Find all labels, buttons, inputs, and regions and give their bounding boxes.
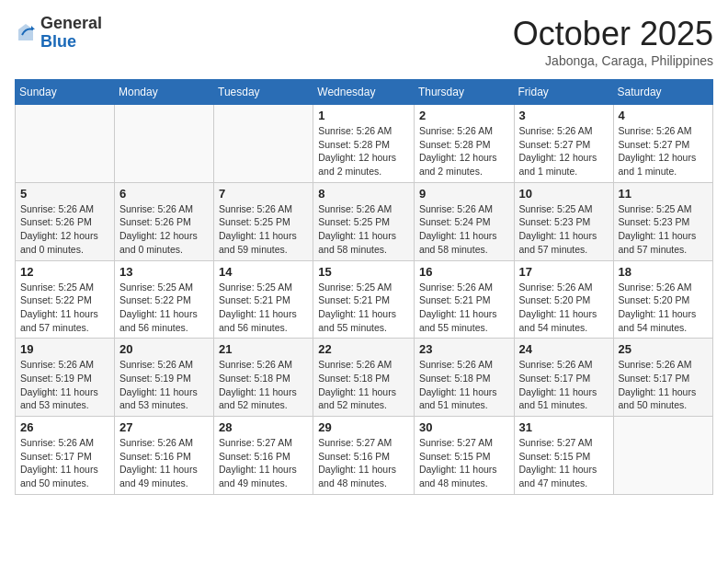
table-row: 10Sunrise: 5:25 AM Sunset: 5:23 PM Dayli… — [514, 182, 613, 260]
col-monday: Monday — [115, 80, 214, 105]
calendar-week-row: 26Sunrise: 5:26 AM Sunset: 5:17 PM Dayli… — [16, 417, 713, 495]
day-info: Sunrise: 5:25 AM Sunset: 5:23 PM Dayligh… — [619, 202, 708, 257]
table-row: 3Sunrise: 5:26 AM Sunset: 5:27 PM Daylig… — [514, 105, 613, 183]
day-info: Sunrise: 5:26 AM Sunset: 5:27 PM Dayligh… — [519, 124, 609, 178]
table-row: 11Sunrise: 5:25 AM Sunset: 5:23 PM Dayli… — [613, 182, 712, 260]
table-row: 2Sunrise: 5:26 AM Sunset: 5:28 PM Daylig… — [414, 105, 514, 183]
table-row: 26Sunrise: 5:26 AM Sunset: 5:17 PM Dayli… — [16, 417, 115, 495]
day-info: Sunrise: 5:26 AM Sunset: 5:26 PM Dayligh… — [119, 202, 209, 257]
day-info: Sunrise: 5:26 AM Sunset: 5:25 PM Dayligh… — [219, 202, 308, 257]
day-info: Sunrise: 5:25 AM Sunset: 5:21 PM Dayligh… — [219, 281, 308, 335]
logo-blue: Blue — [40, 33, 102, 52]
day-info: Sunrise: 5:25 AM Sunset: 5:21 PM Dayligh… — [318, 281, 409, 335]
day-number: 20 — [119, 342, 209, 356]
day-info: Sunrise: 5:26 AM Sunset: 5:26 PM Dayligh… — [20, 202, 109, 257]
table-row: 8Sunrise: 5:26 AM Sunset: 5:25 PM Daylig… — [313, 182, 415, 260]
table-row: 22Sunrise: 5:26 AM Sunset: 5:18 PM Dayli… — [313, 339, 415, 417]
day-info: Sunrise: 5:26 AM Sunset: 5:24 PM Dayligh… — [419, 202, 509, 257]
table-row: 1Sunrise: 5:26 AM Sunset: 5:28 PM Daylig… — [313, 105, 415, 183]
day-info: Sunrise: 5:25 AM Sunset: 5:22 PM Dayligh… — [119, 281, 209, 335]
day-info: Sunrise: 5:27 AM Sunset: 5:16 PM Dayligh… — [318, 436, 409, 490]
calendar-week-row: 19Sunrise: 5:26 AM Sunset: 5:19 PM Dayli… — [16, 339, 713, 417]
day-number: 26 — [20, 420, 109, 434]
location: Jabonga, Caraga, Philippines — [513, 53, 713, 68]
table-row: 24Sunrise: 5:26 AM Sunset: 5:17 PM Dayli… — [514, 339, 613, 417]
table-row: 28Sunrise: 5:27 AM Sunset: 5:16 PM Dayli… — [214, 417, 313, 495]
day-number: 14 — [219, 265, 308, 279]
page-header: General Blue October 2025 Jabonga, Carag… — [15, 15, 713, 68]
day-info: Sunrise: 5:26 AM Sunset: 5:18 PM Dayligh… — [219, 358, 308, 412]
day-info: Sunrise: 5:26 AM Sunset: 5:16 PM Dayligh… — [119, 436, 209, 490]
day-info: Sunrise: 5:26 AM Sunset: 5:18 PM Dayligh… — [419, 358, 509, 412]
table-row: 25Sunrise: 5:26 AM Sunset: 5:17 PM Dayli… — [613, 339, 712, 417]
day-number: 29 — [318, 420, 409, 434]
day-number: 18 — [619, 265, 708, 279]
table-row: 27Sunrise: 5:26 AM Sunset: 5:16 PM Dayli… — [115, 417, 214, 495]
table-row: 23Sunrise: 5:26 AM Sunset: 5:18 PM Dayli… — [414, 339, 514, 417]
day-number: 22 — [318, 342, 409, 356]
day-number: 1 — [318, 109, 409, 122]
col-friday: Friday — [514, 80, 613, 105]
table-row: 20Sunrise: 5:26 AM Sunset: 5:19 PM Dayli… — [115, 339, 214, 417]
day-number: 7 — [219, 187, 308, 201]
day-info: Sunrise: 5:26 AM Sunset: 5:20 PM Dayligh… — [519, 281, 609, 335]
table-row: 6Sunrise: 5:26 AM Sunset: 5:26 PM Daylig… — [115, 182, 214, 260]
day-number: 5 — [20, 187, 109, 201]
calendar-week-row: 1Sunrise: 5:26 AM Sunset: 5:28 PM Daylig… — [16, 105, 713, 183]
day-info: Sunrise: 5:26 AM Sunset: 5:17 PM Dayligh… — [20, 436, 109, 490]
logo: General Blue — [15, 15, 102, 52]
table-row: 30Sunrise: 5:27 AM Sunset: 5:15 PM Dayli… — [414, 417, 514, 495]
calendar: Sunday Monday Tuesday Wednesday Thursday… — [15, 79, 713, 495]
day-number: 6 — [119, 187, 209, 201]
day-number: 24 — [519, 342, 609, 356]
day-number: 27 — [119, 420, 209, 434]
day-info: Sunrise: 5:26 AM Sunset: 5:27 PM Dayligh… — [619, 124, 708, 178]
calendar-header-row: Sunday Monday Tuesday Wednesday Thursday… — [16, 80, 713, 105]
day-number: 10 — [519, 187, 609, 201]
table-row: 5Sunrise: 5:26 AM Sunset: 5:26 PM Daylig… — [16, 182, 115, 260]
day-number: 11 — [619, 187, 708, 201]
title-block: October 2025 Jabonga, Caraga, Philippine… — [513, 15, 713, 68]
table-row: 15Sunrise: 5:25 AM Sunset: 5:21 PM Dayli… — [313, 260, 415, 339]
table-row — [613, 417, 712, 495]
day-info: Sunrise: 5:25 AM Sunset: 5:22 PM Dayligh… — [20, 281, 109, 335]
logo-general: General — [40, 15, 102, 33]
col-sunday: Sunday — [16, 80, 115, 105]
day-info: Sunrise: 5:26 AM Sunset: 5:17 PM Dayligh… — [519, 358, 609, 412]
table-row: 21Sunrise: 5:26 AM Sunset: 5:18 PM Dayli… — [214, 339, 313, 417]
day-info: Sunrise: 5:27 AM Sunset: 5:16 PM Dayligh… — [219, 436, 308, 490]
day-info: Sunrise: 5:27 AM Sunset: 5:15 PM Dayligh… — [419, 436, 509, 490]
table-row: 9Sunrise: 5:26 AM Sunset: 5:24 PM Daylig… — [414, 182, 514, 260]
logo-icon — [15, 22, 37, 44]
table-row: 18Sunrise: 5:26 AM Sunset: 5:20 PM Dayli… — [613, 260, 712, 339]
calendar-week-row: 12Sunrise: 5:25 AM Sunset: 5:22 PM Dayli… — [16, 260, 713, 339]
day-number: 17 — [519, 265, 609, 279]
table-row: 31Sunrise: 5:27 AM Sunset: 5:15 PM Dayli… — [514, 417, 613, 495]
table-row: 17Sunrise: 5:26 AM Sunset: 5:20 PM Dayli… — [514, 260, 613, 339]
table-row: 29Sunrise: 5:27 AM Sunset: 5:16 PM Dayli… — [313, 417, 415, 495]
day-info: Sunrise: 5:26 AM Sunset: 5:19 PM Dayligh… — [20, 358, 109, 412]
day-number: 3 — [519, 109, 609, 122]
table-row: 4Sunrise: 5:26 AM Sunset: 5:27 PM Daylig… — [613, 105, 712, 183]
table-row — [16, 105, 115, 183]
day-number: 23 — [419, 342, 509, 356]
day-info: Sunrise: 5:26 AM Sunset: 5:19 PM Dayligh… — [119, 358, 209, 412]
day-info: Sunrise: 5:26 AM Sunset: 5:20 PM Dayligh… — [619, 281, 708, 335]
table-row — [115, 105, 214, 183]
day-info: Sunrise: 5:26 AM Sunset: 5:28 PM Dayligh… — [419, 124, 509, 178]
month-title: October 2025 — [513, 15, 713, 53]
logo-text: General Blue — [40, 15, 102, 52]
day-number: 15 — [318, 265, 409, 279]
table-row — [214, 105, 313, 183]
calendar-week-row: 5Sunrise: 5:26 AM Sunset: 5:26 PM Daylig… — [16, 182, 713, 260]
day-info: Sunrise: 5:25 AM Sunset: 5:23 PM Dayligh… — [519, 202, 609, 257]
table-row: 19Sunrise: 5:26 AM Sunset: 5:19 PM Dayli… — [16, 339, 115, 417]
table-row: 13Sunrise: 5:25 AM Sunset: 5:22 PM Dayli… — [115, 260, 214, 339]
day-info: Sunrise: 5:26 AM Sunset: 5:21 PM Dayligh… — [419, 281, 509, 335]
day-number: 31 — [519, 420, 609, 434]
day-number: 19 — [20, 342, 109, 356]
day-number: 28 — [219, 420, 308, 434]
table-row: 12Sunrise: 5:25 AM Sunset: 5:22 PM Dayli… — [16, 260, 115, 339]
day-info: Sunrise: 5:26 AM Sunset: 5:17 PM Dayligh… — [619, 358, 708, 412]
day-number: 8 — [318, 187, 409, 201]
